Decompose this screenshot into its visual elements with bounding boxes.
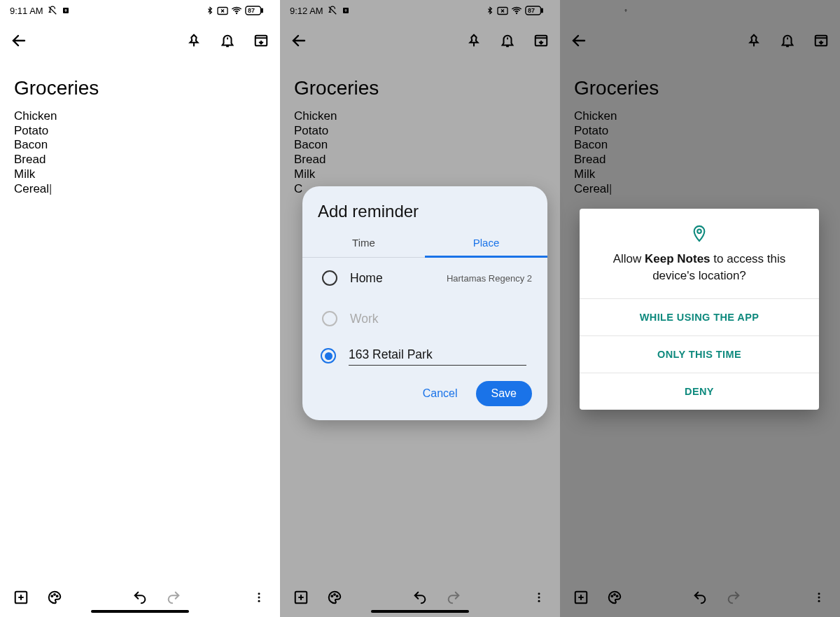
overflow-button[interactable] [531, 589, 547, 606]
palette-button[interactable] [606, 589, 623, 606]
svg-point-36 [818, 592, 820, 595]
note-item[interactable]: Cereal [14, 182, 266, 197]
upload-icon [622, 6, 630, 15]
radio-disabled-icon [322, 311, 337, 326]
permission-while-using-button[interactable]: WHILE USING THE APP [580, 298, 819, 335]
status-bar: 9:11 AM 87 [0, 0, 280, 21]
svg-point-12 [258, 600, 260, 602]
app-toolbar [280, 21, 560, 60]
mute-icon [48, 6, 57, 15]
pin-button[interactable] [185, 32, 203, 50]
place-option-home[interactable]: Home Hartamas Regency 2 [302, 258, 547, 298]
reminder-button[interactable] [218, 32, 237, 50]
overflow-button[interactable] [251, 589, 267, 606]
close-square-icon [217, 6, 228, 15]
note-title: Groceries [294, 77, 546, 99]
svg-point-15 [516, 13, 517, 14]
back-button[interactable] [570, 32, 588, 50]
wifi-icon [791, 6, 802, 15]
wifi-icon [231, 6, 242, 15]
place-option-work[interactable]: Work [302, 298, 547, 339]
status-time: 9:12 AM [570, 6, 603, 16]
save-button[interactable]: Save [476, 381, 532, 406]
note-item: Milk [294, 167, 546, 182]
reminder-button[interactable] [778, 32, 797, 50]
note-item: Potato [294, 124, 546, 139]
palette-button[interactable] [326, 589, 343, 606]
note-item[interactable]: Milk [14, 167, 266, 182]
archive-button[interactable] [252, 32, 270, 50]
add-button[interactable] [293, 589, 309, 606]
svg-point-20 [331, 595, 332, 597]
pin-button[interactable] [745, 32, 763, 50]
custom-place-input[interactable] [349, 346, 526, 366]
palette-button[interactable] [46, 589, 63, 606]
note-item[interactable]: Bacon [14, 138, 266, 153]
note-item: Bacon [574, 138, 826, 153]
permission-only-this-time-button[interactable]: ONLY THIS TIME [580, 335, 819, 373]
place-option-label: Work [350, 312, 532, 326]
undo-button[interactable] [692, 589, 708, 606]
close-square-icon [497, 6, 508, 15]
close-square-icon [777, 6, 788, 15]
undo-button[interactable] [412, 589, 428, 606]
note-items: Chicken Potato Bacon Bread Milk C [294, 109, 546, 196]
svg-point-38 [818, 600, 820, 602]
note-body[interactable]: Groceries Chicken Potato Bacon Bread Mil… [0, 60, 280, 578]
redo-button[interactable] [445, 589, 462, 606]
redo-button[interactable] [725, 589, 742, 606]
cancel-button[interactable]: Cancel [414, 382, 466, 405]
dialog-tabs: Time Place [302, 228, 547, 258]
back-button[interactable] [290, 32, 308, 50]
svg-rect-4 [261, 8, 262, 12]
battery-icon: 87 [805, 6, 830, 15]
app-toolbar [0, 21, 280, 60]
svg-point-2 [236, 13, 237, 14]
tab-place[interactable]: Place [425, 228, 547, 257]
svg-point-28 [796, 13, 797, 14]
battery-level: 87 [248, 7, 255, 14]
permission-deny-button[interactable]: DENY [580, 373, 819, 410]
note-item[interactable]: Chicken [14, 109, 266, 124]
svg-point-10 [258, 592, 260, 595]
add-button[interactable] [13, 589, 29, 606]
permission-header: Allow Keep Notes to access this device's… [580, 209, 819, 298]
svg-point-23 [538, 592, 540, 595]
radio-unselected-icon[interactable] [322, 270, 337, 286]
home-indicator [651, 610, 749, 613]
bluetooth-icon [766, 6, 774, 15]
battery-icon: 87 [525, 6, 550, 15]
note-title[interactable]: Groceries [14, 77, 266, 99]
overflow-button[interactable] [811, 589, 827, 606]
svg-point-11 [258, 597, 260, 599]
back-button[interactable] [10, 32, 28, 50]
dialog-actions: Cancel Save [302, 370, 547, 420]
upload-icon [342, 6, 350, 15]
note-item[interactable]: Bread [14, 153, 266, 167]
radio-selected-icon[interactable] [321, 348, 336, 363]
status-bar: 9:12 AM 87 [280, 0, 560, 21]
archive-button[interactable] [812, 32, 830, 50]
svg-point-34 [614, 594, 615, 595]
mute-icon [608, 6, 617, 15]
bluetooth-icon [206, 6, 214, 15]
location-pin-icon [598, 224, 801, 242]
archive-button[interactable] [532, 32, 550, 50]
screen-reminder-dialog: 9:12 AM 87 Groceries Chicken Potato B [280, 0, 560, 617]
status-bar: 9:12 AM 87 [560, 0, 840, 21]
pin-button[interactable] [465, 32, 483, 50]
status-time: 9:11 AM [10, 6, 43, 16]
note-item: Bread [574, 153, 826, 167]
upload-icon [62, 6, 70, 15]
redo-button[interactable] [165, 589, 182, 606]
tab-time[interactable]: Time [302, 228, 425, 257]
place-option-custom[interactable] [302, 339, 547, 370]
home-indicator [91, 610, 189, 613]
note-item[interactable]: Potato [14, 124, 266, 139]
svg-point-21 [334, 594, 335, 595]
note-items[interactable]: Chicken Potato Bacon Bread Milk Cereal [14, 109, 266, 196]
add-button[interactable] [573, 589, 589, 606]
svg-rect-30 [821, 8, 822, 12]
reminder-button[interactable] [498, 32, 517, 50]
undo-button[interactable] [132, 589, 148, 606]
